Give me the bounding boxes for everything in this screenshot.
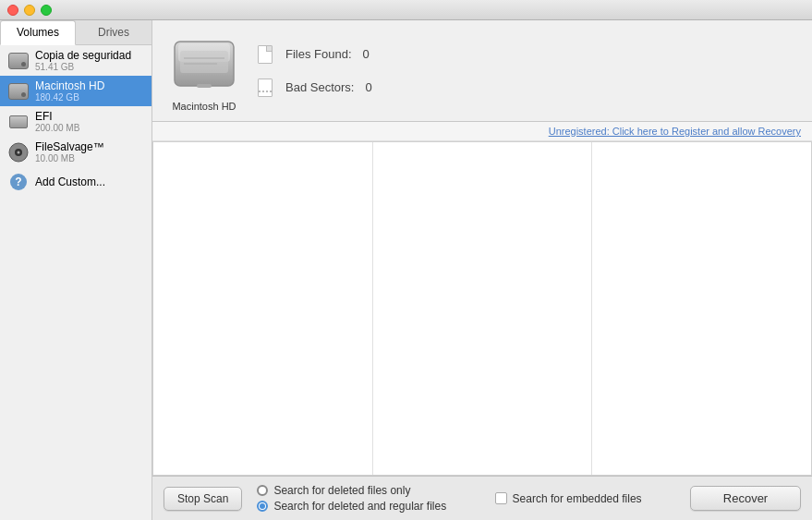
minimize-button[interactable] bbox=[24, 5, 35, 16]
drive-info-bar: Macintosh HD Files Found: 0 Bad Sectors: bbox=[152, 20, 812, 122]
right-panel: Macintosh HD Files Found: 0 Bad Sectors: bbox=[152, 20, 812, 520]
file-column-2 bbox=[373, 142, 593, 475]
tab-drives[interactable]: Drives bbox=[76, 20, 151, 44]
item-size-macintosh: 180.42 GB bbox=[35, 92, 144, 103]
search-deleted-regular-label: Search for deleted and regular files bbox=[273, 500, 446, 513]
sidebar-item-efi[interactable]: EFI 200.00 MB bbox=[0, 106, 151, 137]
efi-icon bbox=[7, 111, 30, 133]
sidebar: Volumes Drives Copia de seguridad 51.41 … bbox=[0, 20, 152, 520]
files-found-icon bbox=[256, 43, 274, 66]
main-content: Volumes Drives Copia de seguridad 51.41 … bbox=[0, 20, 812, 520]
drive-stats: Files Found: 0 Bad Sectors: 0 bbox=[256, 43, 372, 99]
registration-bar: Unregistered: Click here to Register and… bbox=[152, 122, 812, 141]
search-options: Search for deleted files only Search for… bbox=[257, 484, 446, 513]
sidebar-item-addcustom[interactable]: ? Add Custom... bbox=[0, 167, 151, 197]
item-name-macintosh: Macintosh HD bbox=[35, 79, 144, 92]
files-found-value: 0 bbox=[363, 47, 370, 61]
hd-icon bbox=[7, 50, 30, 72]
large-hd-icon bbox=[171, 30, 237, 97]
search-deleted-only-row[interactable]: Search for deleted files only bbox=[257, 484, 446, 497]
search-embedded-label: Search for embedded files bbox=[513, 492, 642, 505]
drive-visual: Macintosh HD bbox=[171, 30, 237, 112]
titlebar bbox=[0, 0, 812, 20]
search-deleted-regular-row[interactable]: Search for deleted and regular files bbox=[257, 500, 446, 513]
item-name-copia: Copia de seguridad bbox=[35, 49, 144, 62]
item-size-copia: 51.41 GB bbox=[35, 62, 144, 72]
item-name-efi: EFI bbox=[35, 110, 144, 123]
search-embedded-checkbox[interactable] bbox=[495, 492, 507, 504]
sidebar-item-copia[interactable]: Copia de seguridad 51.41 GB bbox=[0, 45, 151, 76]
svg-rect-5 bbox=[180, 51, 228, 73]
search-deleted-only-radio[interactable] bbox=[257, 485, 268, 496]
bottom-toolbar: Stop Scan Search for deleted files only … bbox=[152, 476, 812, 520]
item-size-efi: 200.00 MB bbox=[35, 123, 144, 133]
sidebar-list: Copia de seguridad 51.41 GB Macintosh HD… bbox=[0, 45, 151, 520]
recover-button[interactable]: Recover bbox=[690, 486, 801, 511]
disk-icon bbox=[7, 141, 30, 163]
search-deleted-only-label: Search for deleted files only bbox=[273, 484, 410, 497]
maximize-button[interactable] bbox=[41, 5, 52, 16]
registration-link[interactable]: Unregistered: Click here to Register and… bbox=[549, 126, 801, 137]
bad-sectors-value: 0 bbox=[365, 80, 371, 94]
close-button[interactable] bbox=[7, 5, 18, 16]
files-found-label: Files Found: bbox=[285, 47, 352, 61]
sidebar-item-macintosh[interactable]: Macintosh HD 180.42 GB bbox=[0, 76, 151, 106]
file-list-area bbox=[152, 141, 812, 476]
tab-bar: Volumes Drives bbox=[0, 20, 151, 45]
search-deleted-regular-radio[interactable] bbox=[257, 501, 268, 512]
stop-scan-button[interactable]: Stop Scan bbox=[164, 487, 242, 511]
item-name-filesalvage: FileSalvage™ bbox=[35, 140, 144, 153]
traffic-lights bbox=[7, 5, 52, 16]
bad-sectors-label: Bad Sectors: bbox=[285, 80, 354, 94]
files-found-row: Files Found: 0 bbox=[256, 43, 372, 66]
drive-label: Macintosh HD bbox=[172, 101, 236, 112]
bad-sectors-icon bbox=[256, 77, 274, 99]
svg-point-2 bbox=[18, 151, 20, 153]
item-size-filesalvage: 10.00 MB bbox=[35, 153, 144, 163]
embedded-check-area: Search for embedded files bbox=[495, 492, 642, 505]
svg-rect-8 bbox=[197, 84, 212, 88]
tab-volumes[interactable]: Volumes bbox=[0, 20, 76, 45]
bad-sectors-row: Bad Sectors: 0 bbox=[256, 77, 372, 99]
file-column-3 bbox=[592, 142, 811, 475]
item-name-addcustom: Add Custom... bbox=[35, 175, 144, 188]
hd-icon-selected bbox=[7, 80, 30, 103]
file-column-1 bbox=[153, 142, 373, 475]
sidebar-item-filesalvage[interactable]: FileSalvage™ 10.00 MB bbox=[0, 137, 151, 167]
question-icon: ? bbox=[7, 171, 30, 193]
